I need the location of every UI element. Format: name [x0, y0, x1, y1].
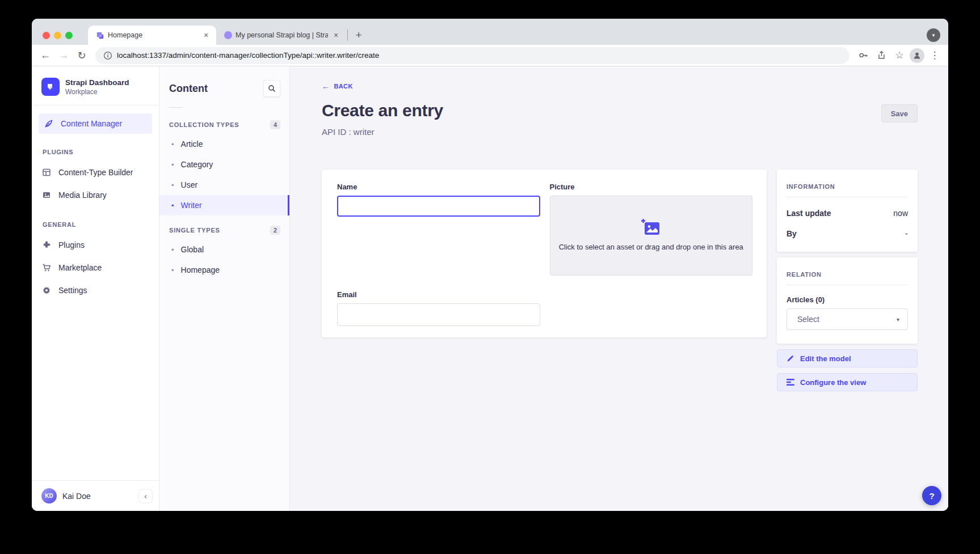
- last-update-row: Last update now: [786, 209, 908, 218]
- sidebar-item-media-library[interactable]: Media Library: [32, 184, 159, 206]
- close-window-button[interactable]: [43, 32, 50, 39]
- group-label: SINGLE TYPES: [169, 227, 220, 234]
- brand-title: Strapi Dashboard: [65, 78, 129, 87]
- name-field-group: Name: [337, 183, 540, 276]
- browser-profile-avatar[interactable]: [910, 48, 924, 63]
- brand-subtitle: Workplace: [65, 88, 129, 96]
- edit-model-button[interactable]: Edit the model: [777, 349, 918, 367]
- sidebar-item-content-manager[interactable]: Content Manager: [39, 113, 152, 134]
- main-content: ← BACK Create an entry Save API ID : wri…: [290, 66, 948, 511]
- close-tab-icon[interactable]: ×: [331, 31, 340, 40]
- back-link[interactable]: ← BACK: [322, 82, 353, 90]
- configure-lines-icon: [786, 379, 794, 386]
- url-bar[interactable]: localhost:1337/admin/content-manager/col…: [95, 47, 849, 64]
- upload-instructions: Click to select an asset or drag and dro…: [557, 242, 745, 253]
- tab-strip: Homepage × My personal Strapi blog | Str…: [32, 19, 948, 45]
- strapi-logo-icon: [41, 78, 60, 96]
- subnav-item-writer[interactable]: • Writer: [159, 195, 289, 215]
- edit-model-label: Edit the model: [800, 354, 851, 363]
- configure-view-label: Configure the view: [800, 378, 866, 387]
- by-value: -: [905, 229, 908, 238]
- zoom-window-button[interactable]: [65, 32, 73, 39]
- close-tab-icon[interactable]: ×: [201, 31, 211, 40]
- minimize-window-button[interactable]: [54, 32, 61, 39]
- search-button[interactable]: [263, 80, 280, 97]
- password-key-icon[interactable]: [855, 48, 871, 64]
- reload-button[interactable]: ↻: [74, 48, 90, 64]
- browser-menu-icon[interactable]: ⋮: [927, 48, 943, 64]
- subnav-item-label: Homepage: [181, 265, 220, 274]
- articles-select[interactable]: Select ▾: [786, 308, 908, 330]
- window-controls[interactable]: [43, 32, 73, 39]
- bullet-icon: •: [171, 266, 174, 274]
- picture-upload-dropzone[interactable]: Click to select an asset or drag and dro…: [550, 196, 753, 276]
- strapi-favicon: [96, 31, 104, 40]
- sidebar-item-label: Settings: [58, 286, 87, 295]
- forward-button: →: [56, 48, 71, 64]
- last-update-label: Last update: [786, 209, 831, 218]
- sidebar-item-settings[interactable]: Settings: [32, 279, 159, 302]
- configure-view-button[interactable]: Configure the view: [777, 373, 918, 391]
- url-text[interactable]: localhost:1337/admin/content-manager/col…: [117, 51, 379, 60]
- subnav-item-label: Article: [181, 139, 203, 149]
- sidebar-item-marketplace[interactable]: Marketplace: [32, 256, 159, 279]
- bullet-icon: •: [171, 181, 174, 189]
- email-input[interactable]: [337, 303, 540, 326]
- new-tab-button[interactable]: +: [351, 28, 366, 43]
- count-badge: 4: [270, 120, 280, 129]
- side-panel: INFORMATION Last update now By - RELATIO…: [777, 170, 918, 391]
- picture-label: Picture: [550, 183, 753, 191]
- sidebar-item-label: Plugins: [58, 240, 85, 249]
- by-label: By: [786, 229, 797, 238]
- collapse-sidebar-button[interactable]: ‹: [138, 489, 153, 503]
- pencil-icon: [786, 354, 794, 362]
- subnav-item-global[interactable]: • Global: [159, 239, 289, 260]
- help-button[interactable]: ?: [922, 486, 941, 505]
- tab-title: Homepage: [108, 31, 198, 39]
- divider: [786, 285, 908, 285]
- back-button[interactable]: ←: [37, 48, 53, 64]
- subnav-item-label: Global: [181, 245, 204, 254]
- sidebar-item-label: Content Manager: [61, 119, 122, 128]
- sidebar-item-plugins[interactable]: Plugins: [32, 234, 159, 256]
- tab-search-button[interactable]: ▾: [927, 28, 940, 42]
- question-mark-icon: ?: [929, 491, 934, 501]
- save-button[interactable]: Save: [881, 104, 918, 122]
- count-badge: 2: [270, 226, 280, 235]
- avatar[interactable]: KD: [41, 488, 57, 504]
- nav-section-plugins: PLUGINS: [32, 134, 159, 161]
- sidebar-item-content-type-builder[interactable]: Content-Type Builder: [32, 161, 159, 184]
- share-icon[interactable]: [873, 48, 889, 64]
- subnav-item-category[interactable]: • Category: [159, 154, 289, 175]
- sidebar-item-label: Marketplace: [58, 263, 102, 272]
- subnav-item-homepage[interactable]: • Homepage: [159, 260, 289, 280]
- form-grid: Name Picture: [337, 183, 752, 326]
- tab-title: My personal Strapi blog | Strap: [235, 31, 328, 39]
- email-field-group: Email: [337, 290, 540, 326]
- name-input[interactable]: [337, 196, 540, 217]
- bullet-icon: •: [171, 201, 174, 210]
- by-row: By -: [786, 229, 908, 238]
- feather-pen-icon: [44, 119, 54, 128]
- add-image-icon: [641, 219, 661, 236]
- tab-homepage[interactable]: Homepage ×: [88, 26, 216, 45]
- subnav-item-user[interactable]: • User: [159, 175, 289, 195]
- tab-strapi-blog[interactable]: My personal Strapi blog | Strap ×: [216, 26, 346, 45]
- sidebar-item-label: Content-Type Builder: [58, 168, 133, 177]
- info-icon[interactable]: [103, 51, 112, 60]
- information-card: INFORMATION Last update now By -: [777, 170, 918, 252]
- layout-icon: [41, 168, 52, 177]
- tabs: Homepage × My personal Strapi blog | Str…: [88, 26, 366, 45]
- bookmark-star-icon[interactable]: ☆: [891, 48, 907, 64]
- gear-icon: [41, 286, 52, 295]
- brand[interactable]: Strapi Dashboard Workplace: [32, 66, 159, 105]
- chevron-down-icon: ▾: [897, 316, 899, 323]
- entry-form-area: Name Picture: [322, 170, 918, 391]
- last-update-value: now: [893, 209, 908, 218]
- image-icon: [41, 191, 52, 200]
- subnav-item-article[interactable]: • Article: [159, 134, 289, 154]
- brand-text: Strapi Dashboard Workplace: [65, 78, 129, 96]
- group-label: COLLECTION TYPES: [169, 121, 239, 128]
- group-header-single-types: SINGLE TYPES 2: [159, 215, 289, 239]
- person-icon: [912, 51, 922, 60]
